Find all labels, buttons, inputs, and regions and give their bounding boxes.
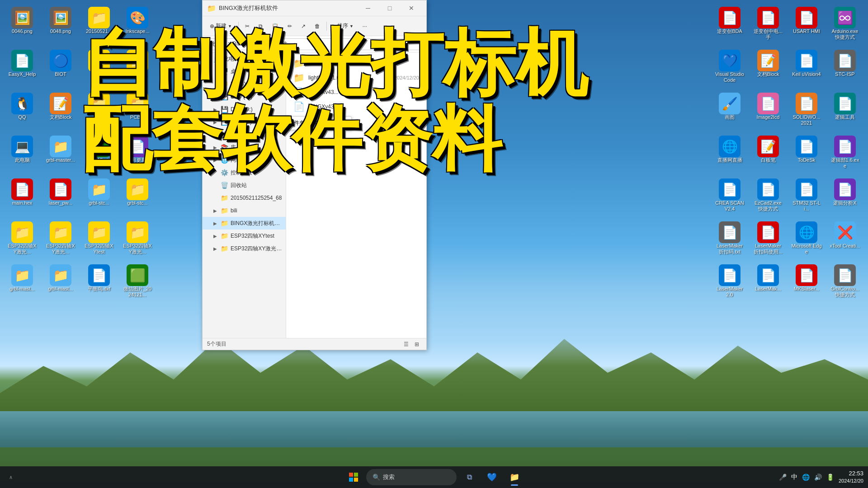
maximize-button[interactable]: □ [379, 1, 400, 15]
content-item-bingxsw[interactable]: 📁 BINGX软件 [290, 56, 423, 70]
tray-chevron[interactable]: ∧ [9, 474, 13, 480]
copy-button[interactable]: ⧉ [255, 21, 266, 31]
desktop-icon-inkscape[interactable]: 🎨 Inkscape... [120, 5, 155, 45]
desktop-icon-68update[interactable]: 📄 6.8月更新... [120, 133, 155, 174]
sidebar-item-bingx-nav[interactable]: 📁 BINGX软件 [203, 78, 286, 90]
desktop-icon-a2d[interactable]: 📝 白板笔 [750, 133, 786, 174]
share-button[interactable]: ↗ [297, 21, 309, 31]
desktop-icon-bingxscript[interactable]: 📄 逆变创中电...手 [750, 5, 786, 45]
grid-view-button[interactable]: ⊞ [412, 339, 422, 349]
content-item-bingxv43b[interactable]: 📄 BINGXv43... [290, 99, 423, 114]
desktop-icon-solidworks[interactable]: 📄 SOLIDWO... 2021 [789, 90, 824, 131]
desktop-icon-20150521[interactable]: 📁 20150521... [81, 5, 117, 45]
sidebar-item-solidworks[interactable]: ▶ 💾 solidworks2021 (F: [203, 128, 286, 141]
content-item-lightburn[interactable]: 📁 lightburn_1.0.06 2024/12/20 [290, 70, 423, 85]
content-item-bingxv43a[interactable]: 📄 BINGXv43... [290, 85, 423, 99]
desktop-icon-esp4axis2[interactable]: 📁 ESP32四轴XY激光... [43, 219, 78, 260]
desktop-icon-ezcad2[interactable]: 📄 EzCad2.exe 快捷方式 [750, 176, 786, 217]
desktop-icon-vscode[interactable]: 💙 Visual Studio Code [712, 47, 747, 88]
desktop-icon-mks[interactable]: 📄 MKSlaser... [789, 262, 824, 303]
desktop-icon-stcisp[interactable]: 📄 STC-ISP [827, 47, 863, 88]
desktop-icon-grblcontro[interactable]: 📄 GrblContro... 快捷方式 [827, 262, 863, 303]
desktop-icon-pinghe[interactable]: 📄 平衡鸟.dxf [81, 262, 117, 303]
desktop-icon-msedge[interactable]: 🌐 Microsoft Edge [789, 219, 824, 260]
sidebar-item-learne[interactable]: ▶ 💾 学习 (E:) [203, 116, 286, 128]
datetime-display[interactable]: 22:53 2024/12/20 [839, 469, 863, 485]
address-path[interactable]: 此电脑 > BINGX激光打标机软件 [206, 38, 423, 50]
desktop-icon-lasermak2[interactable]: 📄 LaserMak... [750, 262, 786, 303]
desktop-icon-thispc[interactable]: 💻 此电脑 [5, 133, 40, 174]
cut-button[interactable]: ✂ [241, 21, 253, 31]
desktop-icon-grblstc2[interactable]: 📁 grbl-stc... [81, 176, 117, 217]
sidebar-item-esp32xytest[interactable]: ▶ 📁 ESP32四轴XYtest [203, 230, 286, 242]
desktop-icon-creascan[interactable]: 📄 CREA SCAN V2.4 [712, 176, 747, 217]
taskview-button[interactable]: ⧉ [459, 467, 479, 487]
globe-icon[interactable]: 🌐 [801, 473, 811, 482]
minimize-button[interactable]: ─ [358, 1, 378, 15]
desktop-icon-grblmast2[interactable]: 📁 grbl-mast... [5, 262, 40, 303]
rename-button[interactable]: ✏ [284, 21, 296, 31]
battery-icon[interactable]: 🔋 [826, 473, 835, 482]
close-button[interactable]: ✕ [401, 1, 422, 15]
search-bar[interactable]: 🔍 搜索 [366, 469, 457, 485]
desktop-icon-remotedesk[interactable]: 🌐 直播网直播 [712, 133, 747, 174]
desktop-icon-wpsblock2[interactable]: 📝 文档Block [750, 47, 786, 88]
desktop-icon-esp4axis1[interactable]: 📁 ESP32四轴XY激光... [5, 219, 40, 260]
desktop-icon-logic16[interactable]: 📄 逻辑部1.6.exe [827, 133, 863, 174]
vscode-taskbar-icon[interactable]: 💙 [482, 467, 502, 487]
desktop-icon-qq[interactable]: 🐧 QQ [5, 90, 40, 131]
desktop-icon-stm32[interactable]: 📄 STM32 ST-Li... [789, 176, 824, 217]
sidebar-item-desktop[interactable]: 🖥️ 桌面 [203, 65, 286, 78]
speaker-icon[interactable]: 🔊 [813, 473, 823, 482]
sidebar-item-bili-nav[interactable]: ▶ 📁 bili [203, 204, 286, 217]
desktop-icon-calibra[interactable]: 📁 Calibra... [120, 47, 155, 88]
paste-button[interactable]: 📋 [268, 21, 282, 31]
desktop-icon-wechat[interactable]: 🟩 微信图片_2024121... [120, 262, 155, 303]
desktop-icon-luoji[interactable]: 📄 逻辑分析X [827, 176, 863, 217]
desktop-icon-stc15zip[interactable]: 🗜️ STC15.zip [81, 133, 117, 174]
desktop-icon-bili[interactable]: 📁 bili [81, 90, 117, 131]
sidebar-item-controlpanel[interactable]: ⚙️ 控制面板 [203, 166, 286, 179]
desktop-icon-huitu[interactable]: 🖌️ 画图 [712, 90, 747, 131]
sidebar-item-recycle[interactable]: 🗑️ 回收站 [203, 179, 286, 192]
start-button[interactable] [344, 467, 363, 487]
sidebar-item-ssd[interactable]: ▶ 💾 SSD (C:) [203, 90, 286, 103]
desktop-icon-wpsblock[interactable]: 📝 文档Block [43, 90, 78, 131]
desktop-icon-lasermaker1[interactable]: 📄 LaserMaker 折扣码.txt [712, 219, 747, 260]
more-button[interactable]: ··· [359, 21, 371, 31]
desktop-icon-0046png[interactable]: 🖼️ 0046.png [5, 5, 40, 45]
sidebar-item-20150521[interactable]: 📁 20150521125254_68 [203, 192, 286, 204]
delete-button[interactable]: 🗑 [311, 21, 324, 31]
desktop-icon-esp4test[interactable]: 📁 ESP32四轴XYtest [81, 219, 117, 260]
explorer-taskbar-icon[interactable]: 📁 [505, 467, 524, 487]
sidebar-item-datad[interactable]: ▶ 💾 Data (D:) [203, 103, 286, 116]
desktop-icon-lasermaker2[interactable]: 📄 LaserMaker 折扣码使用... [750, 219, 786, 260]
mic-icon[interactable]: 🎤 [778, 473, 788, 482]
desktop-icon-keil[interactable]: 📄 Keil uVision4 [789, 47, 824, 88]
desktop-icon-biot[interactable]: 🔵 BIOT [43, 47, 78, 88]
desktop-icon-jisuan[interactable]: 📄 逻辑工具 [827, 90, 863, 131]
desktop-icon-usarthml[interactable]: 📄 USART HMI [789, 5, 824, 45]
desktop-icon-todesk[interactable]: 📄 ToDeSk [789, 133, 824, 174]
desktop-icon-grblmaster[interactable]: 📁 grbl-master... [43, 133, 78, 174]
new-button[interactable]: ⊕ 新建 ▼ [206, 20, 236, 32]
desktop-icon-bingxbda[interactable]: 📄 逆变创BDA [712, 5, 747, 45]
list-view-button[interactable]: ☰ [401, 339, 411, 349]
sidebar-item-bingxsoftware[interactable]: ▶ 📁 BINGX激光打标机软件 [203, 217, 286, 230]
desktop-icon-grblmast3[interactable]: 📁 grbl-mast... [43, 262, 78, 303]
desktop-icon-bjrb[interactable]: 📁 编写 [81, 47, 117, 88]
desktop-icon-easyx[interactable]: 📄 EasyX_Help [5, 47, 40, 88]
desktop-icon-pcb[interactable]: 📁 PCB... [120, 90, 155, 131]
desktop-icon-grblstc3[interactable]: 📁 grbl-stc... [120, 176, 155, 217]
desktop-icon-image2lcd[interactable]: 📄 Image2lcd [750, 90, 786, 131]
desktop-icon-0048png[interactable]: 🖼️ 0048.png [43, 5, 78, 45]
sidebar-item-library[interactable]: ▶ 📚 库 [203, 141, 286, 154]
desktop-icon-mainhex[interactable]: 📄 main.hex [5, 176, 40, 217]
lang-icon[interactable]: 中 [790, 472, 798, 482]
sidebar-item-esp32xylaser[interactable]: ▶ 📁 ESP32四轴XY激光雕... [203, 242, 286, 255]
desktop-icon-xtool[interactable]: ❌ xTool Creati... [827, 219, 863, 260]
desktop-icon-laserpw[interactable]: 📄 laser_pw... [43, 176, 78, 217]
desktop-icon-arduino[interactable]: ♾️ Arduino.exe 快捷方式 [827, 5, 863, 45]
desktop-icon-esp4axis3[interactable]: 📁 ESP32四轴XY激光... [120, 219, 155, 260]
sidebar-item-network[interactable]: ▶ 🌐 网络 [203, 154, 286, 166]
